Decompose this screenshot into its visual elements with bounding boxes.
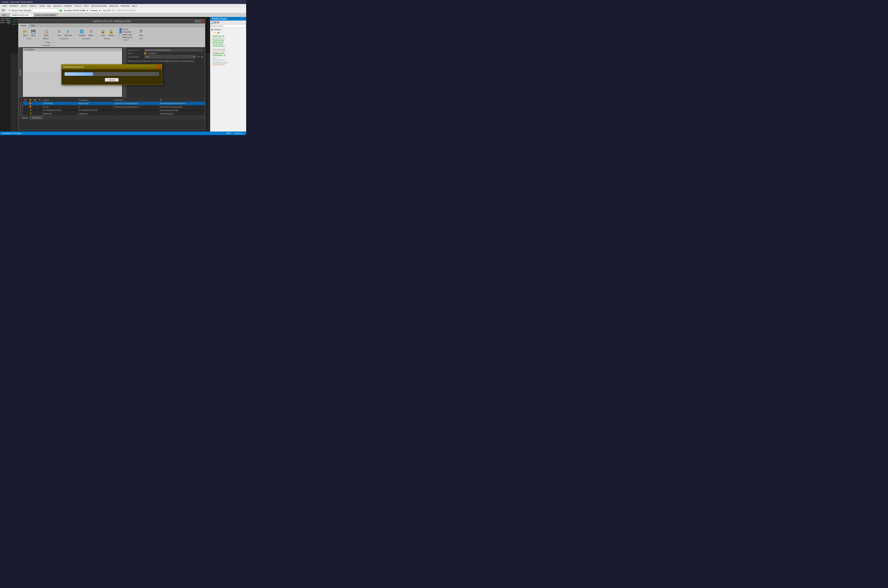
vs-toolbar: 💾 🔍 Search Code Samples: ▶ Emulator WVGA… <box>0 8 246 13</box>
status-bar: Translated 2 of 4 items 100% p ensure y.… <box>0 132 246 135</box>
menu-window[interactable]: WINDOW <box>120 4 130 8</box>
quick-launch-label: Quick Launch (Ctrl+Q) <box>117 9 135 11</box>
tab-source-control[interactable]: Source Control Explorer <box>33 14 58 17</box>
solution-search-input[interactable] <box>210 24 246 27</box>
tree-label-solution: Solution <box>214 28 221 31</box>
solution-refresh-icon[interactable]: 🔄 <box>211 21 214 24</box>
tab-xaml[interactable]: aml ✕ <box>1 14 10 17</box>
dialog-overlay: Translating resources... ✕ Cancel <box>18 19 205 130</box>
title-text: ListApp - Microsoft Visual Studio <box>2 1 33 3</box>
search-icon: 🔍 <box>8 9 10 12</box>
code-comment-1: .ApplicationTitl ing resource na Propert… <box>211 34 245 48</box>
vs-menubar: VIEW PROJECT BUILD DEBUG TEAM SQL DESIGN… <box>0 4 246 8</box>
release-select[interactable]: Release <box>90 9 101 12</box>
toolbar-sep-1 <box>7 9 7 12</box>
code-comment-2: cation and page Margin="12,17,0, .Applic… <box>211 48 245 66</box>
multilingual-window: replace the hard-coded text value betwee… <box>11 17 246 135</box>
dialog-box: Translating resources... ✕ Cancel <box>61 64 162 85</box>
solution-tree: ▶ Solution 📁 My .ApplicationTitl ing res… <box>210 27 246 67</box>
translated-count: Translated 2 of 4 items <box>2 132 21 134</box>
menu-design[interactable]: DESIGN <box>52 4 62 8</box>
cancel-dialog-button[interactable]: Cancel <box>105 78 118 82</box>
tree-item-my[interactable]: 📁 My <box>211 31 245 34</box>
tree-label-my: My <box>218 32 220 34</box>
menu-tools[interactable]: TOOLS <box>74 4 82 8</box>
vs-titlebar: ListApp - Microsoft Visual Studio <box>0 0 246 4</box>
zoom-level: 100% <box>226 132 231 134</box>
tree-item-solution[interactable]: ▶ Solution <box>211 28 245 31</box>
menu-debug[interactable]: DEBUG <box>28 4 38 8</box>
left-code-area: 67 68 69 replace th with the h with the … <box>0 17 11 135</box>
menu-format[interactable]: FORMAT <box>63 4 73 8</box>
menu-analyze[interactable]: ANALYZE <box>108 4 119 8</box>
dialog-titlebar: Translating resources... ✕ <box>62 64 162 69</box>
menu-view[interactable]: VIEW <box>1 4 8 8</box>
code-text-left: replace th with the h with the b <box>0 17 11 24</box>
cpu-select[interactable]: Any CPU <box>102 9 115 12</box>
menu-project[interactable]: PROJECT <box>8 4 20 8</box>
progress-bar-fill <box>65 72 93 76</box>
status-right: 100% p ensure y... <box>226 132 245 134</box>
tree-expand-icon: ▶ <box>212 28 213 31</box>
menu-help[interactable]: HELP <box>131 4 138 8</box>
menu-sql[interactable]: SQL <box>46 4 52 8</box>
solution-explorer-header: Solution Explo... <box>210 17 246 21</box>
progress-bar-container <box>64 72 159 76</box>
play-icon[interactable]: ▶ <box>60 9 62 12</box>
solution-toolbar: 🔄 ⊟ ⚙ <box>210 21 246 24</box>
solution-properties-icon[interactable]: ⚙ <box>217 21 219 24</box>
menu-build[interactable]: BUILD <box>20 4 28 8</box>
dialog-title: Translating resources... <box>63 66 86 68</box>
solution-explorer: Solution Explo... 🔄 ⊟ ⚙ ▶ Solution 📁 My … <box>210 17 246 135</box>
search-code-label: Search Code Samples: <box>11 9 32 12</box>
search-code-input[interactable] <box>32 9 58 12</box>
ensure-text: p ensure y... <box>234 132 245 134</box>
menu-test[interactable]: TEST <box>82 4 90 8</box>
vs-tabbar: aml ✕ AppResources.resx ✕ Source Control… <box>0 13 246 17</box>
dialog-content: Cancel <box>62 69 162 84</box>
tree-folder-icon: 📁 <box>214 32 217 34</box>
menu-architecture[interactable]: ARCHITECTURE <box>90 4 108 8</box>
dialog-close-button[interactable]: ✕ <box>157 65 160 69</box>
tab-resources[interactable]: AppResources.resx ✕ <box>10 14 33 17</box>
solution-collapse-icon[interactable]: ⊟ <box>214 21 217 24</box>
main-area: 67 68 69 replace th with the h with the … <box>0 17 246 135</box>
editor-floating-window: AppResources.ar.xlf - Multilingual Edito… <box>18 19 206 130</box>
emulator-select[interactable]: Emulator WVGA 512MB <box>63 9 89 12</box>
menu-team[interactable]: TEAM <box>38 4 46 8</box>
save-button[interactable]: 💾 <box>1 9 6 12</box>
